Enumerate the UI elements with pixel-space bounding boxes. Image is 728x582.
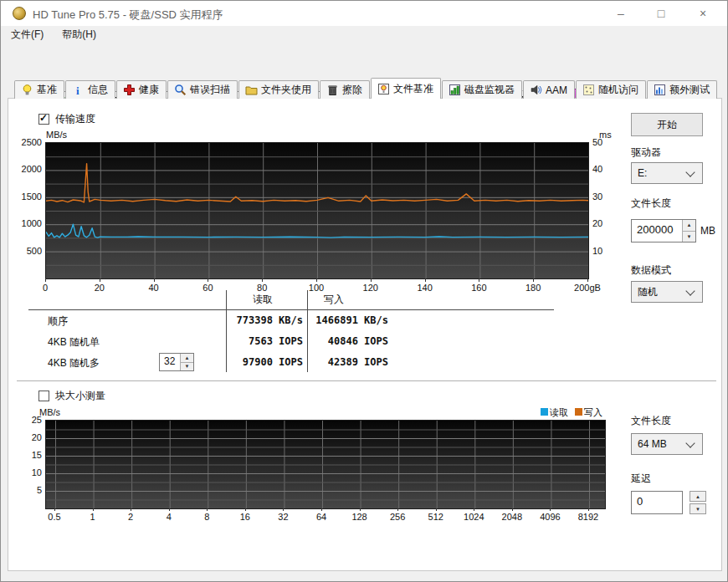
title-bar: HD Tune Pro 5.75 - 硬盘/SSD 实用程序 – □ ×: [1, 1, 727, 26]
delay-up-button[interactable]: ▲: [690, 491, 706, 502]
data-mode-value: 随机: [632, 285, 687, 299]
tab-erase[interactable]: 擦除: [320, 80, 370, 99]
tab-bar: 基准i信息健康错误扫描文件夹使用擦除文件基准磁盘监视器AAM随机访问额外测试: [14, 78, 718, 99]
read-value: 773398 KB/s: [176, 314, 303, 326]
chart1-x-tick: 160: [460, 283, 497, 293]
chart1-yright-tick: 40: [592, 164, 602, 174]
spin-up-icon[interactable]: ▲: [181, 354, 193, 363]
chart2-yleft-tick: 5: [8, 485, 42, 495]
legend-item: 写入: [575, 406, 602, 419]
write-value: 1466891 KB/s: [311, 314, 388, 326]
chart1-x-tick: 140: [407, 283, 443, 293]
tab-error-scan[interactable]: 错误扫描: [167, 80, 238, 99]
chart1-yleft-tick: 1500: [8, 191, 42, 202]
tab-label: 随机访问: [598, 83, 638, 97]
block-size-plot: [46, 421, 605, 508]
tab-label: 错误扫描: [190, 83, 230, 97]
drive-combobox[interactable]: E:: [631, 162, 703, 184]
menu-file[interactable]: 文件(F): [3, 26, 52, 43]
chart1-yright-tick: 10: [592, 246, 602, 256]
chart2-x-tick: 4096: [531, 512, 568, 522]
tab-info[interactable]: i信息: [65, 80, 115, 99]
section-divider: [17, 380, 716, 381]
block-size-checkbox[interactable]: [38, 390, 49, 405]
spin-down-icon[interactable]: ▼: [181, 363, 193, 371]
extra-chart-icon: [654, 84, 666, 96]
lightbulb-icon: [21, 84, 33, 96]
chart1-yleft-tick: 2000: [8, 164, 42, 174]
legend-swatch-icon: [541, 408, 548, 416]
file-length-unit: MB: [700, 225, 715, 237]
chevron-down-icon: [685, 286, 695, 295]
result-row-label: 4KB 随机多: [48, 356, 100, 370]
chart2-x-tick: 4: [151, 512, 187, 522]
spin-down-icon[interactable]: ▼: [683, 232, 695, 242]
tab-random-access[interactable]: 随机访问: [576, 80, 646, 99]
checkbox-checked-icon: [38, 114, 49, 125]
window-title: HD Tune Pro 5.75 - 硬盘/SSD 实用程序: [33, 8, 223, 23]
chart1-yleft-unit: MB/s: [46, 130, 67, 140]
read-value: 97900 IOPS: [176, 356, 303, 368]
chart1-yright-tick: 20: [592, 218, 602, 228]
drive-combobox-value: E:: [632, 167, 687, 179]
tab-label: 信息: [88, 83, 108, 97]
tab-extra-tests[interactable]: 额外测试: [647, 80, 717, 99]
chart2-x-tick: 64: [303, 512, 340, 522]
spinner-buttons[interactable]: ▲▼: [180, 354, 193, 370]
chart2-legend: 读取写入: [541, 406, 602, 419]
chart1-yleft-tick: 2500: [8, 137, 42, 147]
chevron-down-icon: [685, 438, 695, 447]
tab-label: AAM: [546, 84, 567, 96]
data-mode-combobox[interactable]: 随机: [631, 281, 703, 303]
legend-item: 读取: [541, 406, 568, 419]
write-value: 42389 IOPS: [311, 356, 388, 368]
transfer-speed-plot: [46, 143, 588, 278]
tab-label: 文件基准: [393, 82, 433, 96]
chart2-yleft-tick: 15: [8, 450, 42, 460]
chart2-x-tick: 0.5: [36, 512, 73, 522]
spinner-buttons[interactable]: ▲▼: [682, 220, 695, 242]
transfer-speed-checkbox[interactable]: [38, 113, 49, 128]
tab-folder-usage[interactable]: 文件夹使用: [238, 80, 319, 99]
chart2-x-tick: 256: [379, 512, 416, 522]
chart2-yleft-tick: 10: [8, 467, 42, 477]
transfer-speed-chart: [45, 142, 589, 279]
delay-input[interactable]: 0: [631, 491, 683, 514]
minimize-button[interactable]: –: [602, 1, 640, 26]
chart2-x-tick: 8192: [570, 512, 607, 522]
queue-depth-value: 32: [160, 354, 180, 370]
legend-swatch-icon: [575, 408, 582, 416]
toolbar: aigo NVMe SSD P3000 1TB (1024 gB) — 癈: [1, 43, 727, 78]
delay-down-button[interactable]: ▼: [690, 503, 706, 514]
tab-label: 文件夹使用: [261, 83, 311, 97]
file-benchmark-icon: [377, 83, 390, 95]
delay-value: 0: [632, 492, 682, 513]
write-value: 40846 IOPS: [311, 335, 388, 347]
file-length-label-bottom: 文件长度: [631, 414, 671, 428]
spin-up-icon[interactable]: ▲: [683, 220, 695, 232]
tab-health[interactable]: 健康: [116, 80, 167, 99]
start-button[interactable]: 开始: [631, 113, 703, 136]
chart2-x-tick: 512: [418, 512, 454, 522]
chart2-yleft-unit: MB/s: [39, 407, 60, 417]
queue-depth-spinbox[interactable]: 32▲▼: [159, 353, 194, 371]
trash-icon: [326, 84, 339, 96]
magnifier-icon: [174, 84, 187, 96]
maximize-button[interactable]: □: [642, 1, 680, 26]
block-file-length-combobox[interactable]: 64 MB: [631, 433, 703, 455]
block-file-length-value: 64 MB: [632, 438, 687, 450]
chart1-x-tick: 0: [27, 283, 64, 293]
chart2-x-tick: 2: [112, 512, 149, 522]
file-length-spinbox[interactable]: 200000 ▲▼: [631, 219, 696, 242]
tab-file-benchmark[interactable]: 文件基准: [371, 78, 441, 99]
tab-aam[interactable]: AAM: [523, 80, 575, 99]
close-button[interactable]: ×: [682, 1, 724, 26]
svg-text:i: i: [76, 84, 79, 97]
tab-benchmark[interactable]: 基准: [14, 80, 64, 99]
tab-disk-monitor[interactable]: 磁盘监视器: [442, 80, 522, 99]
chart1-yright-unit: ms: [599, 130, 612, 140]
menu-help[interactable]: 帮助(H): [54, 26, 105, 43]
delay-label: 延迟: [631, 472, 651, 486]
chart2-x-tick: 128: [341, 512, 378, 522]
checkbox-unchecked-icon: [38, 391, 49, 401]
